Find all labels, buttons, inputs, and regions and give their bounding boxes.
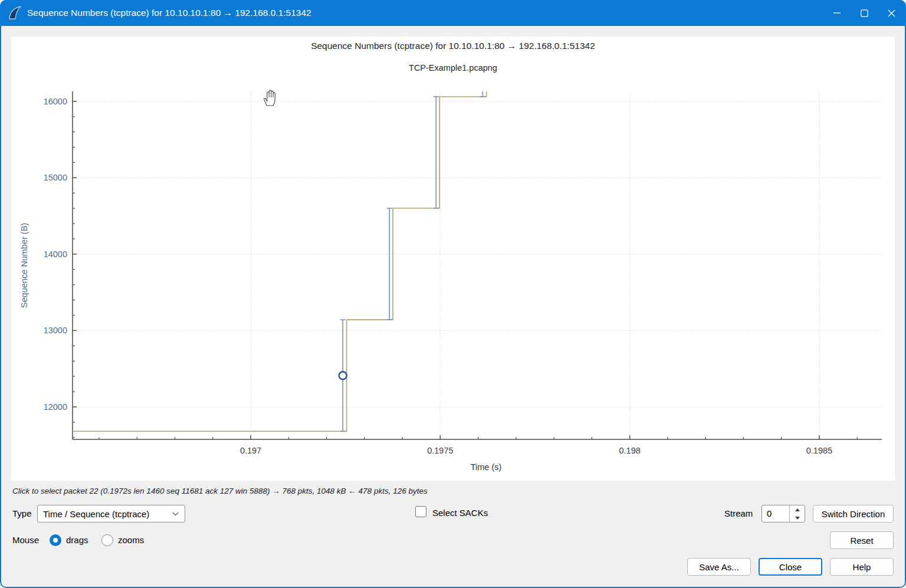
wireshark-icon — [8, 5, 22, 21]
chevron-down-icon — [172, 512, 179, 516]
tcp-stream-graph-window: Sequence Numbers (tcptrace) for 10.10.10… — [0, 0, 906, 588]
stream-value: 0 — [762, 505, 789, 522]
svg-text:12000: 12000 — [44, 402, 67, 412]
save-as-button[interactable]: Save As... — [687, 558, 751, 576]
minimize-icon — [833, 9, 841, 17]
reset-button[interactable]: Reset — [830, 531, 894, 549]
select-sacks-label: Select SACKs — [432, 508, 488, 518]
mouse-zooms-label: zooms — [118, 535, 144, 545]
svg-text:0.1985: 0.1985 — [806, 446, 832, 455]
stream-increment-button[interactable] — [790, 505, 805, 514]
stream-label: Stream — [724, 508, 753, 518]
packet-hint-text: Click to select packet 22 (0.1972s len 1… — [12, 487, 428, 495]
switch-direction-button[interactable]: Switch Direction — [813, 505, 894, 523]
svg-text:0.1975: 0.1975 — [427, 446, 453, 455]
dialog-window: Sequence Numbers (tcptrace) for 10.10.10… — [0, 0, 906, 588]
select-sacks-checkbox[interactable] — [415, 506, 426, 517]
close-icon — [888, 9, 895, 17]
close-button[interactable] — [878, 0, 905, 26]
svg-text:13000: 13000 — [44, 326, 67, 335]
svg-text:16000: 16000 — [44, 97, 67, 106]
sequence-chart[interactable]: 12000130001400015000160000.1970.19750.19… — [11, 37, 895, 481]
stream-spinbox[interactable]: 0 — [761, 505, 805, 523]
type-label: Type — [12, 508, 32, 518]
svg-text:0.197: 0.197 — [240, 446, 261, 455]
graph-type-dropdown[interactable]: Time / Sequence (tcptrace) — [37, 505, 185, 523]
maximize-button[interactable] — [851, 0, 878, 26]
up-arrow-icon — [795, 508, 800, 511]
svg-text:0.198: 0.198 — [619, 446, 641, 455]
maximize-icon — [861, 9, 868, 17]
svg-text:14000: 14000 — [44, 249, 67, 259]
stream-decrement-button[interactable] — [790, 514, 805, 522]
hand-drag-cursor — [261, 88, 277, 107]
graph-type-value: Time / Sequence (tcptrace) — [38, 509, 172, 519]
minimize-button[interactable] — [823, 0, 851, 26]
mouse-zooms-radio[interactable] — [101, 534, 113, 546]
mouse-drags-label: drags — [66, 535, 88, 545]
svg-text:15000: 15000 — [44, 173, 67, 182]
titlebar[interactable]: Sequence Numbers (tcptrace) for 10.10.10… — [0, 0, 906, 26]
down-arrow-icon — [795, 517, 800, 520]
help-button[interactable]: Help — [830, 558, 894, 576]
mouse-drags-radio[interactable] — [50, 534, 61, 546]
mouse-label: Mouse — [12, 535, 39, 545]
window-title: Sequence Numbers (tcptrace) for 10.10.10… — [27, 8, 311, 18]
svg-text:Sequence Number (B): Sequence Number (B) — [19, 223, 29, 308]
close-dialog-button[interactable]: Close — [759, 558, 822, 576]
svg-text:Time (s): Time (s) — [471, 462, 502, 472]
